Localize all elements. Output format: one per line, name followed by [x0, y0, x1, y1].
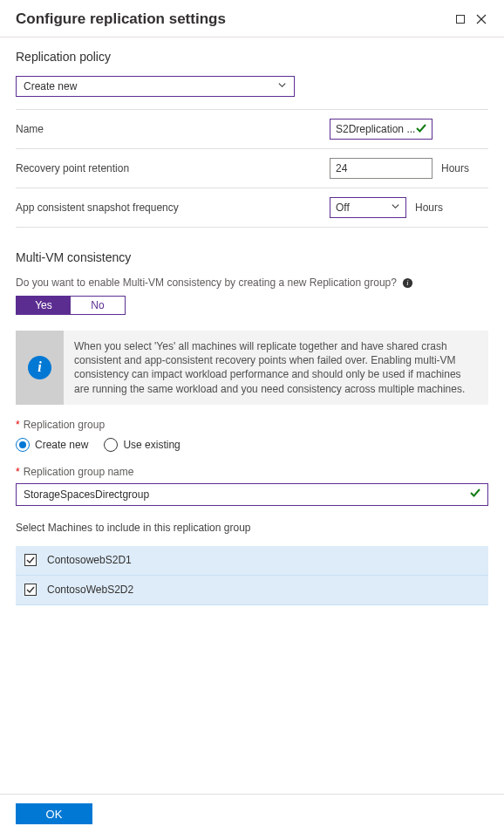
toggle-no[interactable]: No — [71, 297, 125, 314]
info-text: When you select 'Yes' all machines will … — [64, 331, 488, 405]
radio-use-existing[interactable]: Use existing — [104, 438, 180, 452]
checkbox[interactable] — [24, 584, 37, 596]
replication-group-name-label: *Replication group name — [16, 466, 488, 478]
page-title: Configure replication settings — [16, 10, 450, 28]
replication-group-label: *Replication group — [16, 419, 488, 431]
retention-input[interactable]: 24 — [330, 158, 432, 179]
info-callout: i When you select 'Yes' all machines wil… — [16, 331, 488, 405]
radio-create-new[interactable]: Create new — [16, 438, 88, 452]
retention-unit: Hours — [441, 162, 469, 174]
restore-window-button[interactable] — [450, 9, 471, 30]
retention-value: 24 — [336, 162, 347, 174]
replication-policy-dropdown-value: Create new — [24, 80, 77, 92]
list-item[interactable]: ContosoWebS2D2 — [16, 576, 488, 605]
select-machines-label: Select Machines to include in this repli… — [16, 522, 488, 534]
replication-group-name-input[interactable]: StorageSpacesDirectgroup — [16, 483, 488, 506]
machine-name: ContosowebS2D1 — [47, 554, 132, 566]
svg-rect-0 — [457, 16, 465, 24]
snapshot-value: Off — [336, 201, 350, 214]
ok-button[interactable]: OK — [16, 803, 92, 824]
check-icon — [470, 488, 480, 501]
chevron-down-icon — [277, 80, 287, 92]
policy-name-value: S2Dreplication ... — [336, 123, 415, 135]
policy-name-input[interactable]: S2Dreplication ... — [330, 119, 432, 140]
snapshot-unit: Hours — [415, 201, 443, 214]
machine-name: ContosoWebS2D2 — [47, 584, 133, 596]
replication-policy-heading: Replication policy — [16, 50, 488, 64]
replication-policy-dropdown[interactable]: Create new — [16, 76, 295, 97]
name-label: Name — [16, 123, 330, 135]
snapshot-dropdown[interactable]: Off — [330, 197, 406, 218]
list-item[interactable]: ContosowebS2D1 — [16, 546, 488, 576]
info-icon: i — [28, 356, 51, 379]
retention-label: Recovery point retention — [16, 162, 330, 174]
toggle-yes[interactable]: Yes — [17, 297, 71, 314]
machine-list: ContosowebS2D1 ContosoWebS2D2 — [16, 546, 488, 605]
multi-vm-heading: Multi-VM consistency — [16, 250, 488, 264]
chevron-down-icon — [391, 201, 400, 214]
replication-group-name-value: StorageSpacesDirectgroup — [24, 488, 470, 501]
checkbox[interactable] — [24, 554, 37, 566]
check-icon — [416, 123, 426, 136]
snapshot-label: App consistent snapshot frequency — [16, 201, 330, 214]
multi-vm-toggle: Yes No — [16, 296, 126, 315]
close-window-button[interactable] — [471, 9, 492, 30]
info-icon[interactable]: i — [402, 277, 414, 289]
multi-vm-question: Do you want to enable Multi-VM consisten… — [16, 277, 488, 289]
